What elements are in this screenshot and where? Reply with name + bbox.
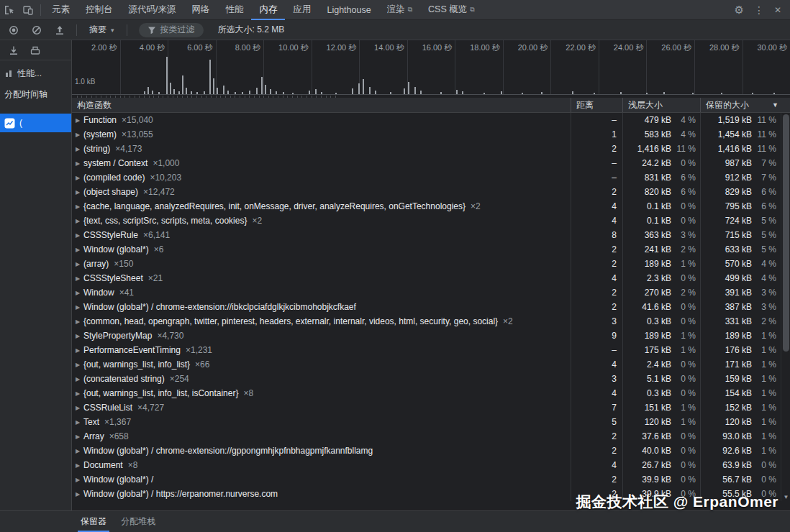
compare-snapshots-icon[interactable] [30,45,40,55]
sidebar-item-timeline-snapshot[interactable]: ( [0,114,71,132]
vertical-scrollbar[interactable]: ▼ [781,113,790,501]
tab-elements[interactable]: 元素 [44,0,78,20]
disclosure-triangle-icon[interactable]: ▶ [72,462,81,469]
tab-network[interactable]: 网络 [183,0,217,20]
table-row[interactable]: ▶Text×1,3675120 kB1 %120 kB1 % [72,415,781,429]
disclosure-triangle-icon[interactable]: ▶ [72,491,81,497]
table-row[interactable]: ▶Window (global*) /239.9 kB0 %56.7 kB0 % [72,472,781,487]
more-menu-icon[interactable]: ⋮ [754,4,764,16]
disclosure-triangle-icon[interactable]: ▶ [72,160,81,167]
disclosure-triangle-icon[interactable]: ▶ [72,333,81,339]
table-row[interactable]: ▶(array)×1502189 kB1 %570 kB4 % [72,257,781,271]
tab-application[interactable]: 应用 [285,0,319,20]
disclosure-triangle-icon[interactable]: ▶ [72,218,81,224]
scroll-down-icon[interactable]: ▼ [781,494,790,500]
table-row[interactable]: ▶{text, css, scriptSrc, scripts, meta, c… [72,214,781,228]
table-row[interactable]: ▶{out, warnings_list, info_list, isConta… [72,386,781,400]
sidebar-item-performance-profile[interactable]: 性能... [0,65,71,82]
class-filter-input[interactable]: 按类过滤 [139,23,204,37]
table-row[interactable]: ▶Function×15,040–479 kB4 %1,519 kB11 % [72,113,781,127]
disclosure-triangle-icon[interactable]: ▶ [72,175,81,181]
tab-rendering[interactable]: 渲染⧉ [379,0,420,20]
table-row[interactable]: ▶{out, warnings_list, info_list}×6642.4 … [72,357,781,372]
disclosure-triangle-icon[interactable]: ▶ [72,132,81,138]
disclosure-triangle-icon[interactable]: ▶ [72,146,81,152]
tab-memory[interactable]: 内存 [251,0,285,20]
disclosure-triangle-icon[interactable]: ▶ [72,376,81,382]
disclosure-triangle-icon[interactable]: ▶ [72,405,81,411]
tab-lighthouse[interactable]: Lighthouse [319,0,378,20]
disclosure-triangle-icon[interactable]: ▶ [72,318,81,325]
column-header-constructor[interactable]: 构造函数 [72,98,571,112]
table-row[interactable]: ▶Window (global*) / chrome-extension://g… [72,444,781,458]
clear-profiles-icon[interactable] [29,22,45,38]
table-row[interactable]: ▶(compiled code)×10,203–831 kB6 %912 kB7… [72,170,781,185]
timeline-bar [375,91,376,94]
device-toolbar-icon[interactable] [19,0,37,20]
inspect-element-icon[interactable] [0,0,19,20]
table-row[interactable]: ▶CSSRuleList×4,7277151 kB1 %152 kB1 % [72,400,781,415]
save-profile-icon[interactable] [9,45,19,55]
disclosure-triangle-icon[interactable]: ▶ [72,275,81,282]
shallow-size-cell: 820 kB6 % [622,185,700,199]
retained-size-percent: 0 % [752,460,781,470]
allocation-timeline[interactable]: 1.0 kB 2.00 秒4.00 秒6.00 秒8.00 秒10.00 秒12… [72,40,790,98]
record-heap-icon[interactable] [6,22,22,38]
bottom-tab-allocation-stack[interactable]: 分配堆栈 [114,511,163,532]
table-row[interactable]: ▶Window (global*)×62241 kB2 %633 kB5 % [72,242,781,257]
disclosure-triangle-icon[interactable]: ▶ [72,203,81,210]
bottom-tab-retainers[interactable]: 保留器 [73,511,114,532]
retained-size-cell: 1,454 kB11 % [700,127,781,142]
tab-css-overview[interactable]: CSS 概览⧉ [420,0,483,20]
disclosure-triangle-icon[interactable]: ▶ [72,477,81,483]
disclosure-triangle-icon[interactable]: ▶ [72,419,81,426]
disclosure-triangle-icon[interactable]: ▶ [72,247,81,253]
tab-performance[interactable]: 性能 [217,0,251,20]
table-row[interactable]: ▶{common, head, opengraph, twitter, pint… [72,314,781,329]
disclosure-triangle-icon[interactable]: ▶ [72,189,81,196]
disclosure-triangle-icon[interactable]: ▶ [72,304,81,311]
gear-icon[interactable]: ⚙ [734,4,743,17]
table-row[interactable]: ▶PerformanceEventTiming×1,231–175 kB1 %1… [72,343,781,357]
table-row[interactable]: ▶(object shape)×12,4722820 kB6 %829 kB6 … [72,185,781,199]
shallow-size-value: 583 kB [623,129,671,139]
column-header-shallow-size[interactable]: 浅层大小 [622,98,700,112]
table-row[interactable]: ▶(string)×4,17321,416 kB11 %1,416 kB11 % [72,142,781,156]
table-row[interactable]: ▶system / Context×1,000–24.2 kB0 %987 kB… [72,156,781,170]
table-row[interactable]: ▶Document×8426.7 kB0 %63.9 kB0 % [72,458,781,472]
timeline-bar [213,78,214,94]
scrollbar-thumb[interactable] [783,114,789,352]
disclosure-triangle-icon[interactable]: ▶ [72,347,81,354]
disclosure-triangle-icon[interactable]: ▶ [72,232,81,239]
retained-size-cell: 331 kB2 % [700,314,781,329]
table-row[interactable]: ▶{cache, language, analyzedRequires, ini… [72,199,781,214]
table-row[interactable]: ▶Window×412270 kB2 %391 kB3 % [72,285,781,300]
tab-console[interactable]: 控制台 [78,0,121,20]
disclosure-triangle-icon[interactable]: ▶ [72,290,81,296]
disclosure-triangle-icon[interactable]: ▶ [72,434,81,440]
table-row[interactable]: ▶CSSStyleRule×6,1418363 kB3 %715 kB5 % [72,228,781,242]
disclosure-triangle-icon[interactable]: ▶ [72,390,81,397]
shallow-size-percent: 0 % [671,302,700,312]
close-icon[interactable]: ✕ [774,5,781,15]
disclosure-triangle-icon[interactable]: ▶ [72,448,81,454]
disclosure-triangle-icon[interactable]: ▶ [72,117,81,124]
table-row[interactable]: ▶(concatenated string)×25435.1 kB0 %159 … [72,372,781,386]
tab-sources[interactable]: 源代码/来源 [121,0,184,20]
heap-view: 1.0 kB 2.00 秒4.00 秒6.00 秒8.00 秒10.00 秒12… [72,40,790,510]
instance-count: ×15,040 [122,115,153,125]
table-row[interactable]: ▶CSSStyleSheet×2142.3 kB0 %499 kB4 % [72,271,781,285]
column-header-distance[interactable]: 距离 [571,98,622,112]
view-select[interactable]: 摘要 ▾ [86,22,118,37]
retained-size-cell: 1,519 kB11 % [700,113,781,127]
column-header-retained-size[interactable]: 保留的大小 ▼ [700,98,790,112]
table-row[interactable]: ▶Window (global*) / chrome-extension://i… [72,300,781,314]
table-row[interactable]: ▶Array×658237.6 kB0 %93.0 kB1 % [72,429,781,444]
timeline-bar [321,92,322,94]
table-row[interactable]: ▶StylePropertyMap×4,7309189 kB1 %189 kB1… [72,329,781,343]
load-profile-icon[interactable] [52,22,68,38]
disclosure-triangle-icon[interactable]: ▶ [72,362,81,368]
disclosure-triangle-icon[interactable]: ▶ [72,261,81,267]
retained-size-cell: 171 kB1 % [700,357,781,372]
table-row[interactable]: ▶(system)×13,0551583 kB4 %1,454 kB11 % [72,127,781,142]
